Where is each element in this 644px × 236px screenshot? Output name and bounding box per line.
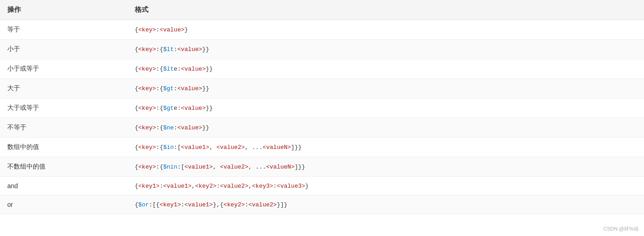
watermark: CSDN @祥%动	[603, 226, 639, 232]
table-row: 不等于{<key>:{$ne:<value>}}	[0, 118, 644, 138]
table-row: 大于或等于{<key>:{$gte:<value>}}	[0, 98, 644, 118]
operations-table: 操作 格式 等于{<key>:<value>}小于{<key>:{$lt:<va…	[0, 0, 644, 214]
format-cell: {<key>:{$gte:<value>}}	[127, 98, 644, 118]
table-row: 小于或等于{<key>:{$lte:<value>}}	[0, 59, 644, 79]
format-cell: {$or:[{<key1>:<value1>},{<key2>:<value2>…	[127, 195, 644, 214]
format-cell: {<key>:{$nin:[<value1>, <value2>, ...<va…	[127, 157, 644, 177]
format-cell: {<key>:{$ne:<value>}}	[127, 118, 644, 138]
table-row: or{$or:[{<key1>:<value1>},{<key2>:<value…	[0, 195, 644, 214]
operation-cell: 等于	[0, 20, 127, 40]
operation-cell: and	[0, 177, 127, 195]
table-row: 大于{<key>:{$gt:<value>}}	[0, 79, 644, 98]
table-row: 小于{<key>:{$lt:<value>}}	[0, 40, 644, 59]
header-operation: 操作	[0, 0, 127, 20]
header-format: 格式	[127, 0, 644, 20]
operation-cell: 小于	[0, 40, 127, 59]
operation-cell: 不数组中的值	[0, 157, 127, 177]
operation-cell: or	[0, 195, 127, 214]
format-cell: {<key>:{$in:[<value1>, <value2>, ...<val…	[127, 138, 644, 157]
table-row: and{<key1>:<value1>,<key2>:<value2>,<key…	[0, 177, 644, 195]
format-cell: {<key>:{$gt:<value>}}	[127, 79, 644, 98]
operation-cell: 数组中的值	[0, 138, 127, 157]
format-cell: {<key>:{$lte:<value>}}	[127, 59, 644, 79]
format-cell: {<key>:{$lt:<value>}}	[127, 40, 644, 59]
table-row: 等于{<key>:<value>}	[0, 20, 644, 40]
operation-cell: 小于或等于	[0, 59, 127, 79]
format-cell: {<key1>:<value1>,<key2>:<value2>,<key3>:…	[127, 177, 644, 195]
table-row: 数组中的值{<key>:{$in:[<value1>, <value2>, ..…	[0, 138, 644, 157]
main-table-container: 操作 格式 等于{<key>:<value>}小于{<key>:{$lt:<va…	[0, 0, 644, 214]
operation-cell: 大于或等于	[0, 98, 127, 118]
table-header-row: 操作 格式	[0, 0, 644, 20]
format-cell: {<key>:<value>}	[127, 20, 644, 40]
table-row: 不数组中的值{<key>:{$nin:[<value1>, <value2>, …	[0, 157, 644, 177]
operation-cell: 大于	[0, 79, 127, 98]
operation-cell: 不等于	[0, 118, 127, 138]
